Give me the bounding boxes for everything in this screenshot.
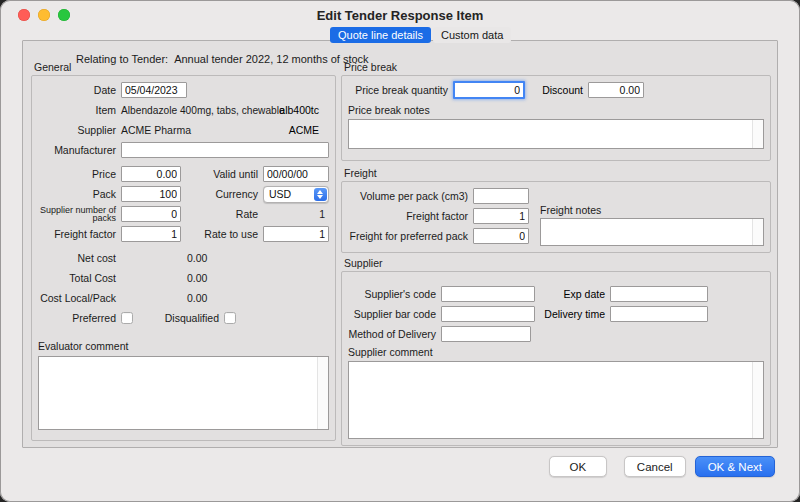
freight-factor-label-2: Freight factor: [348, 210, 468, 222]
freight-notes: Freight notes: [540, 204, 764, 246]
volume-per-pack-label: Volume per pack (cm3): [348, 190, 468, 202]
price-row: Price Valid until: [38, 166, 329, 182]
suppliers-code-input[interactable]: [441, 286, 535, 302]
edit-tender-response-dialog: Edit Tender Response Item Relating to Te…: [0, 0, 800, 502]
general-group-box: Date Item Albendazole 400mg, tabs, chewa…: [31, 75, 336, 441]
evaluator-comment-label: Evaluator comment: [38, 340, 329, 353]
freight-notes-label: Freight notes: [540, 204, 764, 216]
pack-label: Pack: [38, 188, 116, 200]
manufacturer-input[interactable]: [121, 142, 329, 158]
price-break-quantity-label: Price break quantity: [348, 84, 448, 96]
price-break-quantity-row: Price break quantity Discount: [348, 82, 764, 98]
delivery-time-label: Delivery time: [543, 308, 605, 320]
manufacturer-label: Manufacturer: [38, 144, 116, 156]
close-window-icon[interactable]: [18, 9, 30, 21]
supplier-code-row: Supplier's code Exp date: [348, 286, 764, 302]
discount-input[interactable]: [588, 82, 644, 98]
supplier-row: Supplier ACME Pharma ACME: [38, 122, 329, 138]
pack-input[interactable]: [121, 186, 181, 202]
total-cost-value: 0.00: [187, 272, 207, 284]
evaluator-comment-text[interactable]: [39, 357, 328, 429]
price-break-notes-text[interactable]: [349, 120, 763, 148]
date-label: Date: [38, 84, 116, 96]
footer: OK Cancel OK & Next: [0, 456, 775, 477]
manufacturer-row: Manufacturer: [38, 142, 329, 158]
currency-label: Currency: [181, 188, 258, 200]
item-code: alb400tc: [279, 104, 319, 116]
freight-factor-input-2[interactable]: [473, 208, 529, 224]
rate-label: Rate: [181, 208, 258, 220]
freight-preferred-pack-label: Freight for preferred pack: [348, 230, 468, 242]
net-cost-value: 0.00: [187, 252, 207, 264]
freight-preferred-pack-input[interactable]: [473, 228, 529, 244]
vertical-scrollbar[interactable]: [752, 362, 763, 438]
currency-stepper-icon: [314, 188, 327, 201]
exp-date-input[interactable]: [610, 286, 708, 302]
vertical-scrollbar[interactable]: [752, 120, 763, 148]
cost-local-pack-row: Cost Local/Pack 0.00: [38, 290, 329, 306]
price-input[interactable]: [121, 166, 181, 182]
net-cost-row: Net cost 0.00: [38, 250, 329, 266]
preferred-label: Preferred: [38, 312, 116, 324]
vertical-scrollbar[interactable]: [752, 219, 763, 245]
supplier-packs-input[interactable]: [121, 206, 181, 222]
tab-custom-data[interactable]: Custom data: [433, 27, 511, 43]
supplier-bar-code-label: Supplier bar code: [348, 308, 436, 320]
supplier-comment-text[interactable]: [349, 362, 763, 438]
titlebar: Edit Tender Response Item: [0, 0, 800, 28]
disqualified-checkbox[interactable]: [224, 312, 236, 324]
date-row: Date: [38, 82, 329, 98]
price-break-notes-label: Price break notes: [348, 104, 764, 117]
supplier-packs-label: Supplier number of packs: [38, 206, 116, 223]
ok-next-button[interactable]: OK & Next: [695, 456, 775, 477]
tab-bar: Quote line details Custom data: [330, 27, 511, 43]
supplier-comment-label: Supplier comment: [348, 346, 764, 359]
dialog-panel: Relating to Tender:Annual tender 2022, 1…: [22, 40, 778, 448]
supplier-bar-code-row: Supplier bar code Delivery time: [348, 306, 764, 322]
preferred-checkbox[interactable]: [121, 312, 133, 324]
valid-until-input[interactable]: [263, 166, 329, 182]
ok-button[interactable]: OK: [549, 456, 607, 477]
cancel-button[interactable]: Cancel: [624, 456, 686, 477]
method-of-delivery-label: Method of Delivery: [348, 328, 436, 340]
method-of-delivery-input[interactable]: [441, 326, 531, 342]
supplier-comment-textarea[interactable]: [348, 361, 764, 439]
volume-per-pack-input[interactable]: [473, 188, 529, 204]
freight-factor-input[interactable]: [121, 226, 181, 242]
price-break-group-title: Price break: [344, 62, 771, 73]
freight-notes-text[interactable]: [541, 219, 763, 245]
disqualified-label: Disqualified: [133, 312, 219, 324]
date-input[interactable]: [121, 82, 187, 98]
rate-value: 1: [263, 208, 329, 220]
minimize-window-icon[interactable]: [38, 9, 50, 21]
supplier-bar-code-input[interactable]: [441, 306, 535, 322]
currency-selected-value: USD: [269, 188, 291, 200]
item-label: Item: [38, 104, 116, 116]
vertical-scrollbar[interactable]: [317, 357, 328, 429]
preferred-disqualified-row: Preferred Disqualified: [38, 310, 329, 326]
supplier-group: Supplier Supplier's code Exp date Suppli…: [341, 258, 771, 446]
freight-group-title: Freight: [344, 168, 771, 179]
tab-quote-line-details[interactable]: Quote line details: [330, 27, 431, 43]
currency-select[interactable]: USD: [263, 186, 329, 203]
rate-to-use-input[interactable]: [263, 226, 329, 242]
supplier-packs-row: Supplier number of packs Rate 1: [38, 206, 329, 222]
supplier-group-box: Supplier's code Exp date Supplier bar co…: [341, 271, 771, 446]
evaluator-comment-textarea[interactable]: [38, 356, 329, 430]
supplier-code: ACME: [289, 124, 319, 136]
net-cost-label: Net cost: [38, 252, 116, 264]
freight-notes-textarea[interactable]: [540, 218, 764, 246]
valid-until-label: Valid until: [181, 168, 258, 180]
delivery-time-input[interactable]: [610, 306, 708, 322]
supplier-value: ACME Pharma: [121, 124, 191, 136]
freight-factor-row: Freight factor Rate to use: [38, 226, 329, 242]
fullscreen-window-icon[interactable]: [58, 9, 70, 21]
traffic-lights: [18, 9, 70, 21]
freight-group-box: Volume per pack (cm3) Freight factor Fre…: [341, 181, 771, 253]
general-group-title: General: [34, 62, 336, 73]
price-break-notes-textarea[interactable]: [348, 119, 764, 149]
method-of-delivery-row: Method of Delivery: [348, 326, 764, 342]
price-break-quantity-input[interactable]: [453, 81, 525, 99]
exp-date-label: Exp date: [543, 288, 605, 300]
supplier-label: Supplier: [38, 124, 116, 136]
